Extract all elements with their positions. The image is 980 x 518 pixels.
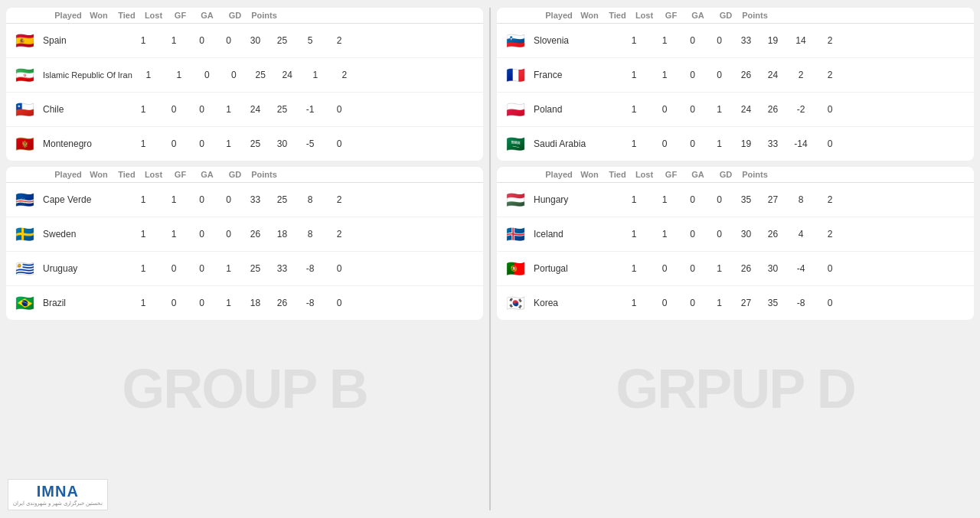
group-a-section: Played Won Tied Lost GF GA GD Points 🇪🇸 … <box>6 8 483 161</box>
col-lost-c: Lost <box>631 11 658 20</box>
group-d-section: Played Won Tied Lost GF GA GD Points 🇭🇺 … <box>497 167 974 320</box>
team-stats: 1 1 0 0 26 18 8 2 <box>127 229 477 239</box>
group-b-label: GROUP B <box>122 357 368 420</box>
flag-brazil: 🇧🇷 <box>12 291 37 315</box>
col-played-b: Played <box>52 170 84 179</box>
team-name: Korea <box>534 298 618 308</box>
team-stats: 1 1 0 0 33 19 14 2 <box>618 35 968 46</box>
col-won-d: Won <box>575 170 604 179</box>
team-name: Islamic Republic Of Iran <box>43 70 132 80</box>
col-pts-b: Points <box>250 170 279 179</box>
table-row: 🇭🇺 Hungary 1 1 0 0 35 27 8 2 <box>497 183 974 217</box>
flag-portugal: 🇵🇹 <box>503 256 528 281</box>
team-stats: 1 0 0 1 27 35 -8 0 <box>618 298 968 308</box>
flag-uruguay: 🇺🇾 <box>12 256 37 281</box>
col-played-c: Played <box>543 11 575 20</box>
col-tied-b: Tied <box>113 170 140 179</box>
col-pts: Points <box>250 11 279 20</box>
col-won: Won <box>84 11 113 20</box>
table-row: 🇨🇻 Cape Verde 1 1 0 0 33 25 8 2 <box>6 183 483 217</box>
col-header-c: Played Won Tied Lost GF GA GD Points <box>497 8 974 24</box>
table-row: 🇵🇱 Poland 1 0 0 1 24 26 -2 0 <box>497 93 974 127</box>
team-stats: 1 1 0 0 30 25 5 2 <box>127 35 477 46</box>
imna-logo: IMNA نخستین خبرگزاری شهر و شهروندی ایران <box>8 479 108 510</box>
team-name: Spain <box>43 35 127 46</box>
team-stats: 1 0 0 1 18 26 -8 0 <box>127 298 477 308</box>
col-gd-b: GD <box>220 170 250 179</box>
table-row: 🇸🇦 Saudi Arabia 1 0 0 1 19 33 -14 0 <box>497 127 974 161</box>
col-gd-d: GD <box>711 170 740 179</box>
flag-poland: 🇵🇱 <box>503 97 528 122</box>
team-name: Brazil <box>43 298 127 308</box>
team-name: Hungary <box>534 194 618 205</box>
team-stats: 1 0 0 1 24 26 -2 0 <box>618 104 968 115</box>
col-gd: GD <box>220 11 250 20</box>
group-b-section: Played Won Tied Lost GF GA GD Points 🇨🇻 … <box>6 167 483 320</box>
flag-slovenia: 🇸🇮 <box>503 28 528 53</box>
flag-sweden: 🇸🇪 <box>12 222 37 246</box>
col-gf-c: GF <box>658 11 684 20</box>
flag-korea: 🇰🇷 <box>503 291 528 315</box>
flag-cape-verde: 🇨🇻 <box>12 187 37 212</box>
team-name: Chile <box>43 104 127 115</box>
team-stats: 1 1 0 0 35 27 8 2 <box>618 194 968 205</box>
table-row: 🇧🇷 Brazil 1 0 0 1 18 26 -8 0 <box>6 286 483 320</box>
col-ga-b: GA <box>194 170 220 179</box>
col-gf-d: GF <box>658 170 684 179</box>
col-tied-c: Tied <box>604 11 631 20</box>
col-gf-b: GF <box>167 170 194 179</box>
col-ga-c: GA <box>684 11 711 20</box>
team-name: Iceland <box>534 229 618 239</box>
group-c-section: Played Won Tied Lost GF GA GD Points 🇸🇮 … <box>497 8 974 161</box>
col-tied-d: Tied <box>604 170 631 179</box>
team-stats: 1 0 0 1 19 33 -14 0 <box>618 138 968 149</box>
table-row: 🇰🇷 Korea 1 0 0 1 27 35 -8 0 <box>497 286 974 320</box>
flag-montenegro: 🇲🇪 <box>12 132 37 156</box>
group-d-label: GRPUP D <box>616 357 855 420</box>
flag-saudi: 🇸🇦 <box>503 132 528 156</box>
table-row: 🇺🇾 Uruguay 1 0 0 1 25 33 -8 0 <box>6 252 483 286</box>
flag-spain: 🇪🇸 <box>12 28 37 53</box>
table-row: 🇵🇹 Portugal 1 0 0 1 26 30 -4 0 <box>497 252 974 286</box>
table-row: 🇸🇮 Slovenia 1 1 0 0 33 19 14 2 <box>497 24 974 58</box>
team-stats: 1 0 0 1 25 33 -8 0 <box>127 263 477 274</box>
col-gf: GF <box>167 11 194 20</box>
right-half: GROUP C Played Won Tied Lost GF GA GD Po… <box>491 0 980 518</box>
col-header-b: Played Won Tied Lost GF GA GD Points <box>6 167 483 183</box>
table-row: 🇲🇪 Montenegro 1 0 0 1 25 30 -5 0 <box>6 127 483 161</box>
team-name: Cape Verde <box>43 194 127 205</box>
team-name: Portugal <box>534 263 618 274</box>
col-lost-d: Lost <box>631 170 658 179</box>
table-row: 🇫🇷 France 1 1 0 0 26 24 2 2 <box>497 58 974 93</box>
team-name: France <box>534 70 618 80</box>
team-name: Sweden <box>43 229 127 239</box>
left-half: GROUP A Played Won Tied Lost GF GA GD Po… <box>0 0 489 518</box>
team-name: Poland <box>534 104 618 115</box>
flag-iran: 🇮🇷 <box>12 63 37 87</box>
col-played: Played <box>52 11 84 20</box>
col-pts-c: Points <box>740 11 769 20</box>
team-stats: 1 0 0 1 24 25 -1 0 <box>127 104 477 115</box>
flag-france: 🇫🇷 <box>503 63 528 87</box>
team-name: Slovenia <box>534 35 618 46</box>
col-header-a: Played Won Tied Lost GF GA GD Points <box>6 8 483 24</box>
team-stats: 1 1 0 0 25 24 1 2 <box>132 70 477 80</box>
table-row: 🇮🇷 Islamic Republic Of Iran 1 1 0 0 25 2… <box>6 58 483 93</box>
team-name: Saudi Arabia <box>534 138 618 149</box>
flag-iceland: 🇮🇸 <box>503 222 528 246</box>
table-row: 🇸🇪 Sweden 1 1 0 0 26 18 8 2 <box>6 217 483 252</box>
col-tied: Tied <box>113 11 140 20</box>
main-container: GROUP A Played Won Tied Lost GF GA GD Po… <box>0 0 980 518</box>
col-ga-d: GA <box>684 170 711 179</box>
col-won-b: Won <box>84 170 113 179</box>
col-lost-b: Lost <box>140 170 167 179</box>
table-row: 🇨🇱 Chile 1 0 0 1 24 25 -1 0 <box>6 93 483 127</box>
team-stats: 1 1 0 0 33 25 8 2 <box>127 194 477 205</box>
team-stats: 1 1 0 0 30 26 4 2 <box>618 229 968 239</box>
flag-chile: 🇨🇱 <box>12 97 37 122</box>
flag-hungary: 🇭🇺 <box>503 187 528 212</box>
col-pts-d: Points <box>740 170 769 179</box>
table-row: 🇪🇸 Spain 1 1 0 0 30 25 5 2 <box>6 24 483 58</box>
team-stats: 1 1 0 0 26 24 2 2 <box>618 70 968 80</box>
col-lost: Lost <box>140 11 167 20</box>
